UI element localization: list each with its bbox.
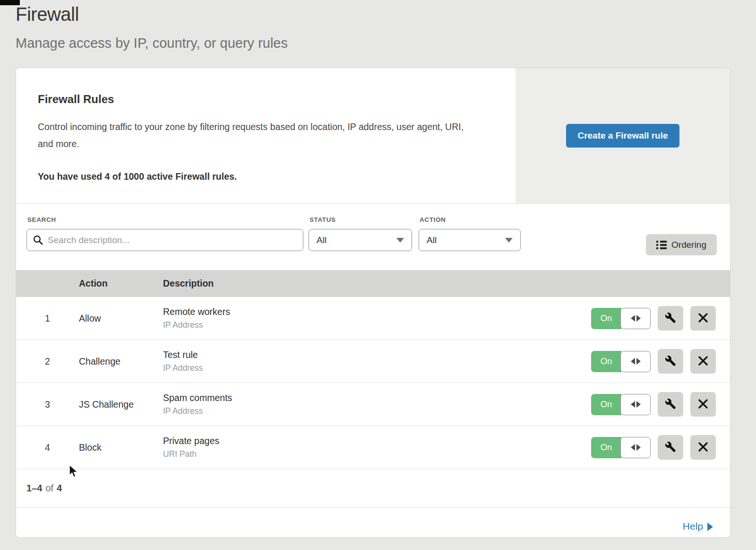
rules-overview-section: Firewall Rules Control incoming traffic … [16, 68, 730, 204]
rule-description-cell: Test rule IP Address [163, 349, 591, 373]
delete-rule-button[interactable] [690, 349, 716, 374]
action-label: ACTION [420, 216, 521, 223]
rule-match-type: URI Path [163, 449, 591, 459]
resize-arrows-icon [620, 308, 651, 329]
table-row: 3 JS Challenge Spam comments IP Address … [16, 383, 730, 426]
edit-rule-button[interactable] [658, 392, 683, 417]
column-header-description: Description [163, 278, 730, 289]
rule-enabled-toggle[interactable]: On [591, 394, 651, 415]
toggle-on-label: On [591, 308, 621, 329]
close-icon [698, 442, 708, 454]
rule-controls: On [591, 349, 730, 374]
status-selected-value: All [317, 235, 326, 245]
filter-bar: SEARCH STATUS All ACTION All [16, 204, 730, 270]
rule-priority: 2 [16, 356, 79, 367]
edit-rule-button[interactable] [658, 435, 683, 460]
rule-controls: On [591, 435, 730, 460]
rule-description-cell: Remote workers IP Address [163, 306, 591, 330]
action-group: ACTION All [419, 216, 521, 251]
rule-priority: 3 [16, 399, 79, 410]
column-header-action: Action [79, 278, 163, 289]
status-select[interactable]: All [309, 229, 412, 251]
rule-enabled-toggle[interactable]: On [591, 308, 651, 329]
close-icon [698, 313, 708, 324]
rule-action: JS Challenge [79, 399, 163, 410]
delete-rule-button[interactable] [690, 306, 716, 331]
rule-description: Private pages [163, 436, 591, 446]
wrench-icon [665, 398, 676, 411]
page-subtitle: Manage access by IP, country, or query r… [16, 35, 756, 51]
chevron-down-icon [396, 238, 404, 243]
close-icon [698, 356, 708, 367]
rule-action: Allow [79, 313, 163, 324]
rule-description-cell: Spam comments IP Address [163, 393, 591, 416]
page-title: Firewall [16, 4, 756, 25]
search-box [26, 229, 303, 251]
rules-usage-text: You have used 4 of 1000 active Firewall … [38, 171, 478, 182]
action-selected-value: All [427, 235, 437, 245]
search-icon [33, 235, 43, 247]
wrench-icon [665, 312, 676, 325]
resize-arrows-icon [620, 394, 651, 415]
rules-card-title: Firewall Rules [38, 93, 478, 106]
search-group: SEARCH [26, 216, 303, 251]
edit-rule-button[interactable] [658, 349, 683, 374]
create-firewall-rule-button[interactable]: Create a Firewall rule [566, 124, 679, 148]
rule-action: Challenge [79, 356, 163, 367]
rule-description: Test rule [163, 349, 591, 360]
resize-arrows-icon [620, 351, 651, 372]
delete-rule-button[interactable] [690, 392, 716, 417]
status-group: STATUS All [309, 216, 412, 251]
pagination-range: 1–4 [26, 483, 42, 494]
rule-controls: On [591, 392, 730, 417]
capture-artifact [0, 0, 20, 5]
action-select[interactable]: All [419, 229, 521, 251]
rule-description: Spam comments [163, 393, 591, 403]
toggle-on-label: On [591, 394, 621, 415]
pagination-of: of [45, 483, 53, 494]
resize-arrows-icon [620, 437, 651, 458]
toggle-on-label: On [591, 437, 621, 458]
search-label: SEARCH [27, 216, 303, 223]
chevron-down-icon [505, 238, 513, 243]
pagination: 1–4 of 4 [16, 469, 730, 507]
delete-rule-button[interactable] [690, 435, 716, 460]
table-row: 1 Allow Remote workers IP Address On [16, 297, 730, 340]
search-input[interactable] [26, 229, 303, 251]
rules-card: Firewall Rules Control incoming traffic … [16, 68, 515, 203]
pagination-total: 4 [57, 483, 62, 494]
help-link[interactable]: Help [683, 515, 713, 537]
ordering-button-label: Ordering [671, 240, 706, 250]
rules-card-description: Control incoming traffic to your zone by… [38, 118, 478, 152]
rule-description-cell: Private pages URI Path [163, 436, 591, 459]
wrench-icon [665, 355, 676, 368]
rule-description: Remote workers [163, 306, 591, 317]
rules-table: Action Description 1 Allow Remote worker… [16, 270, 730, 469]
toggle-on-label: On [591, 351, 621, 372]
table-row: 2 Challenge Test rule IP Address On [16, 340, 730, 383]
table-header: Action Description [16, 270, 730, 297]
edit-rule-button[interactable] [658, 306, 683, 331]
rule-action: Block [79, 442, 163, 453]
rule-enabled-toggle[interactable]: On [591, 437, 651, 458]
ordered-list-icon [656, 241, 667, 249]
panel-footer: Help [16, 507, 730, 537]
rule-match-type: IP Address [163, 363, 591, 373]
table-row: 4 Block Private pages URI Path On [16, 426, 730, 469]
ordering-button[interactable]: Ordering [646, 234, 717, 255]
rule-priority: 4 [16, 442, 79, 453]
rule-match-type: IP Address [163, 320, 591, 330]
close-icon [698, 399, 708, 410]
firewall-panel: Firewall Rules Control incoming traffic … [16, 68, 730, 538]
cta-sidebar: Create a Firewall rule [515, 68, 730, 203]
wrench-icon [665, 441, 676, 454]
status-label: STATUS [309, 216, 412, 223]
rule-controls: On [591, 306, 730, 331]
chevron-right-icon [707, 523, 713, 531]
rule-enabled-toggle[interactable]: On [591, 351, 651, 372]
help-link-label: Help [683, 521, 703, 532]
rule-match-type: IP Address [163, 406, 591, 416]
rule-priority: 1 [16, 313, 79, 324]
page-header: Firewall Manage access by IP, country, o… [0, 0, 756, 51]
